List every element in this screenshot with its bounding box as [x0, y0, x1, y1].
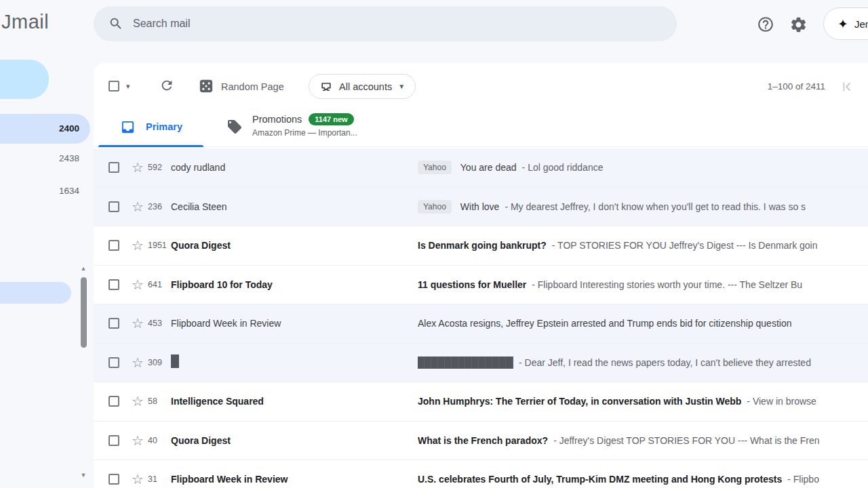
email-subject: Alex Acosta resigns, Jeffrey Epstein arr…	[418, 318, 791, 329]
email-subject: U.S. celebrates Fourth of July, Trump-Ki…	[418, 474, 782, 485]
email-snippet: - Flipbo	[787, 474, 819, 485]
email-row[interactable]: ☆1951Quora DigestIs Denmark going bankru…	[94, 226, 868, 266]
email-subject-area: Alex Acosta resigns, Jeffrey Epstein arr…	[418, 318, 868, 329]
email-count: 453	[148, 319, 171, 328]
star-icon[interactable]: ☆	[132, 239, 146, 252]
row-checkbox[interactable]	[108, 162, 119, 173]
row-checkbox[interactable]	[108, 201, 119, 212]
email-subject-area: John Humphrys: The Terrier of Today, in …	[418, 396, 868, 407]
email-row[interactable]: ☆236Cecilia SteenYahooWith love- My dear…	[94, 188, 868, 227]
app-logo: Jmail	[1, 11, 49, 33]
random-page-label[interactable]: Random Page	[221, 81, 284, 92]
email-subject-area: U.S. celebrates Fourth of July, Trump-Ki…	[418, 474, 868, 485]
sidebar-item-inbox[interactable]: 2400	[0, 114, 90, 144]
compose-button[interactable]	[0, 60, 49, 99]
email-row[interactable]: ☆641Flipboard 10 for Today11 questions f…	[94, 266, 868, 305]
refresh-button[interactable]	[159, 78, 174, 93]
source-badge: Yahoo	[418, 161, 452, 174]
email-sender-text: Cecilia Steen	[171, 201, 227, 212]
row-checkbox[interactable]	[108, 357, 119, 368]
first-page-icon	[840, 79, 854, 94]
email-row[interactable]: ☆40Quora DigestWhat is the French parado…	[94, 422, 868, 461]
email-sender-text: Flipboard Week in Review	[171, 318, 281, 329]
email-row[interactable]: ☆309- Dear Jeff, I read the news papers …	[94, 344, 868, 383]
search-bar[interactable]	[94, 6, 677, 41]
tab-bar: Primary Promotions 1147 new Amazon Prime…	[94, 107, 868, 147]
profile-chip[interactable]: ✦ Jen	[823, 7, 868, 40]
tab-promotions[interactable]: Promotions 1147 new Amazon Prime — Impor…	[217, 107, 400, 147]
email-row[interactable]: ☆58Intelligence SquaredJohn Humphrys: Th…	[94, 382, 868, 422]
star-icon[interactable]: ☆	[132, 356, 146, 369]
accounts-icon	[319, 80, 333, 94]
email-subject: With love	[460, 201, 500, 212]
source-badge: Yahoo	[418, 200, 452, 214]
email-snippet: - Lol good riddance	[522, 162, 604, 173]
email-row[interactable]: ☆453Flipboard Week in ReviewAlex Acosta …	[94, 304, 868, 344]
email-count: 58	[148, 396, 171, 406]
email-sender: Intelligence Squared	[171, 396, 418, 407]
row-checkbox[interactable]	[108, 240, 119, 251]
email-sender: Flipboard 10 for Today	[171, 279, 418, 290]
tab-primary-label: Primary	[146, 121, 182, 132]
sidebar-pill[interactable]	[0, 282, 71, 304]
email-subject: You are dead	[460, 162, 517, 173]
email-count: 309	[148, 358, 171, 367]
help-button[interactable]	[754, 13, 777, 36]
star-icon[interactable]: ☆	[132, 278, 146, 291]
email-sender-text: Quora Digest	[171, 435, 231, 446]
email-subject-area: YahooYou are dead- Lol good riddance	[418, 161, 868, 174]
row-checkbox[interactable]	[108, 435, 119, 446]
star-icon[interactable]: ☆	[132, 161, 146, 174]
tab-primary[interactable]: Primary	[98, 107, 203, 147]
email-list: ☆592cody rudlandYahooYou are dead- Lol g…	[94, 148, 868, 488]
pagination-label: 1–100 of 2411	[768, 81, 825, 92]
star-icon[interactable]: ☆	[132, 472, 146, 486]
email-sender	[171, 354, 418, 370]
sparkle-icon: ✦	[837, 18, 848, 30]
row-checkbox[interactable]	[108, 474, 119, 485]
email-count: 31	[148, 474, 171, 484]
sidebar-item-count[interactable]: 2438	[0, 153, 79, 163]
sidebar-item-count[interactable]: 1634	[0, 186, 79, 196]
all-accounts-dropdown[interactable]: All accounts ▼	[309, 74, 416, 99]
redacted-subject-block	[418, 357, 513, 369]
scrollbar-thumb[interactable]	[81, 277, 87, 348]
email-subject-area: Is Denmark going bankrupt?- TOP STORIES …	[418, 240, 868, 251]
email-sender: Flipboard Week in Review	[171, 318, 418, 329]
email-snippet: - Dear Jeff, I read the news papers toda…	[519, 357, 811, 368]
row-checkbox[interactable]	[108, 279, 119, 290]
gear-icon	[789, 16, 808, 34]
star-icon[interactable]: ☆	[132, 200, 146, 214]
first-page-button[interactable]	[840, 79, 854, 94]
email-subject-area: 11 questions for Mueller- Flipboard Inte…	[418, 279, 868, 290]
email-sender-text: cody rudland	[171, 162, 225, 173]
email-row[interactable]: ☆31Flipboard Week in ReviewU.S. celebrat…	[94, 460, 868, 488]
search-input[interactable]	[133, 18, 677, 30]
email-sender: Quora Digest	[171, 240, 418, 251]
email-snippet: - Jeffrey's Digest TOP STORIES FOR YOU -…	[553, 435, 819, 446]
inbox-icon	[120, 119, 136, 135]
random-page-button[interactable]	[199, 79, 214, 94]
refresh-icon	[159, 78, 174, 93]
star-icon[interactable]: ☆	[132, 434, 146, 447]
email-count: 236	[148, 202, 171, 211]
new-count-badge: 1147 new	[309, 113, 353, 125]
scrollbar-up-arrow[interactable]: ▲	[79, 265, 87, 272]
email-row[interactable]: ☆592cody rudlandYahooYou are dead- Lol g…	[94, 148, 868, 188]
email-count: 1951	[148, 241, 171, 250]
select-dropdown-caret[interactable]: ▾	[126, 82, 130, 91]
tag-icon	[226, 119, 243, 135]
email-snippet: - My dearest Jeffrey, I don't know when …	[505, 201, 806, 212]
scrollbar-down-arrow[interactable]: ▼	[79, 472, 87, 479]
star-icon[interactable]: ☆	[132, 394, 146, 408]
settings-button[interactable]	[787, 13, 810, 36]
email-subject: 11 questions for Mueller	[418, 279, 526, 290]
select-all-checkbox[interactable]	[108, 81, 119, 92]
row-checkbox[interactable]	[108, 396, 119, 407]
email-sender: Quora Digest	[171, 435, 418, 446]
row-checkbox[interactable]	[108, 318, 119, 329]
email-sender-text: Flipboard 10 for Today	[171, 279, 273, 290]
all-accounts-label: All accounts	[339, 81, 392, 92]
star-icon[interactable]: ☆	[132, 317, 146, 330]
email-sender-text: Flipboard Week in Review	[171, 474, 288, 485]
